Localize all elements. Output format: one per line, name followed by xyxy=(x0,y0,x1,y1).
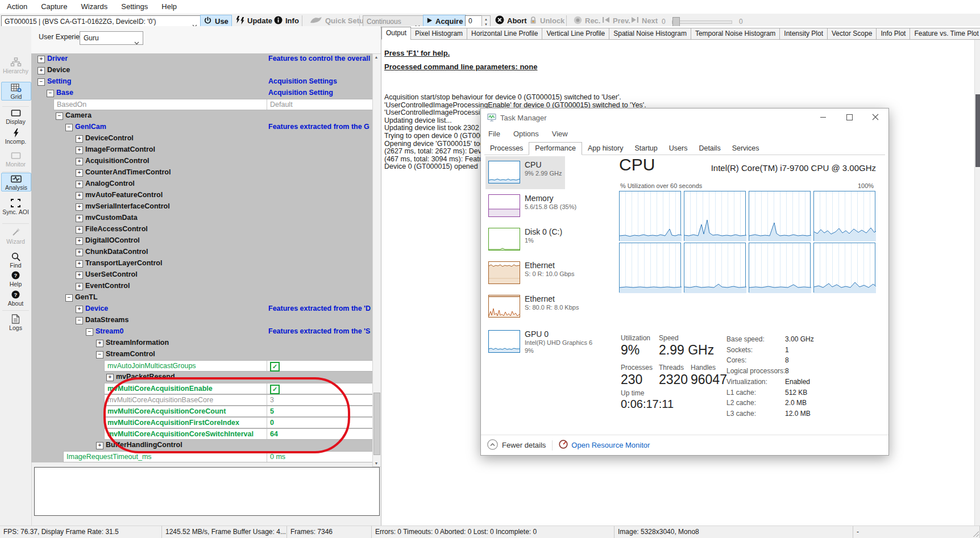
tree-expander-plus[interactable]: + xyxy=(96,442,103,449)
info-button[interactable]: Info xyxy=(271,15,302,27)
tab-vector-scope[interactable]: Vector Scope xyxy=(827,28,877,40)
output-scrollbar-thumb[interactable] xyxy=(975,94,980,167)
tree-row-imagerequesttimeout_ms[interactable]: ImageRequestTimeout_ms0 ms xyxy=(63,451,372,462)
tree-expander-plus[interactable]: + xyxy=(76,147,83,154)
tree-row-digitaliocontrol[interactable]: DigitalIOControl xyxy=(85,236,140,244)
tree-expander-plus[interactable]: + xyxy=(96,340,103,347)
sidebar-item-monitor[interactable]: Monitor xyxy=(1,150,30,168)
record-slider[interactable] xyxy=(672,20,732,24)
tab-output[interactable]: Output xyxy=(381,27,411,40)
tree-expander-plus[interactable]: + xyxy=(106,374,114,381)
tm-perf-item-ethernet-spiky[interactable]: EthernetS: 80.0 R: 8.0 Kbps xyxy=(485,290,565,323)
tm-perf-item-ethernet-full[interactable]: EthernetS: 0 R: 10.0 Gbps xyxy=(485,257,565,290)
tm-tab-services[interactable]: Services xyxy=(726,143,765,155)
task-manager-titlebar[interactable]: Task Manager xyxy=(481,109,888,127)
tree-expander-minus[interactable]: − xyxy=(47,90,54,97)
sidebar-item-hierarchy[interactable]: Hierarchy xyxy=(1,57,30,74)
spin-up-icon[interactable]: ▲ xyxy=(484,17,488,22)
tree-expander-plus[interactable]: + xyxy=(76,169,83,177)
quick-setup-button[interactable]: Quick Setup xyxy=(307,15,371,27)
tree-expander-plus[interactable]: + xyxy=(76,260,83,268)
tree-row-driver[interactable]: Driver xyxy=(47,55,68,62)
tree-expander-plus[interactable]: + xyxy=(76,203,83,211)
sidebar-item-help[interactable]: ?Help xyxy=(1,270,30,287)
tree-expander-plus[interactable]: + xyxy=(76,237,83,245)
tree-expander-plus[interactable]: + xyxy=(76,181,83,188)
tm-tab-processes[interactable]: Processes xyxy=(484,143,529,155)
minimize-button[interactable] xyxy=(810,109,836,127)
scrollbar-thumb[interactable] xyxy=(373,393,380,455)
sidebar-item-sync-aoi[interactable]: Sync. AOI xyxy=(1,198,30,215)
tree-expander-plus[interactable]: + xyxy=(76,249,83,256)
tree-row-setting[interactable]: Setting xyxy=(47,77,71,85)
tree-row-mvcustomdata[interactable]: mvCustomData xyxy=(85,214,138,222)
close-button[interactable] xyxy=(862,109,888,127)
tree-expander-minus[interactable]: − xyxy=(56,112,63,120)
tm-tab-app-history[interactable]: App history xyxy=(582,143,629,155)
tree-expander-plus[interactable]: + xyxy=(76,272,83,279)
tree-row-acquisitioncontrol[interactable]: AcquisitionControl xyxy=(85,157,150,165)
open-resource-monitor-link[interactable]: Open Resource Monitor xyxy=(559,440,650,451)
scroll-up-icon[interactable]: ▲ xyxy=(373,55,380,59)
unlock-button[interactable]: Unlock xyxy=(526,15,567,27)
tree-row-mvautofeaturecontrol[interactable]: mvAutoFeatureControl xyxy=(85,191,163,199)
tree-row-eventcontrol[interactable]: EventControl xyxy=(85,282,130,290)
tree-row-mvautojoinmulticastgroups[interactable]: mvAutoJoinMulticastGroups✓ xyxy=(104,360,372,372)
tree-expander-minus[interactable]: − xyxy=(65,124,73,131)
user-experience-select[interactable]: Guru xyxy=(80,31,143,45)
tm-tab-users[interactable]: Users xyxy=(663,143,694,155)
sidebar-item-about[interactable]: ?About xyxy=(1,289,30,307)
tab-temporal-noise-histogram[interactable]: Temporal Noise Histogram xyxy=(691,28,780,40)
tree-expander-plus[interactable]: + xyxy=(76,283,83,290)
property-value[interactable]: Default xyxy=(270,101,293,109)
property-value[interactable]: 0 ms xyxy=(270,453,285,461)
property-value[interactable]: 5 xyxy=(270,407,274,415)
tree-row-mvmulticoreacquisitionbasecore[interactable]: mvMultiCoreAcquisitionBaseCore3 xyxy=(104,394,372,406)
tree-row-bufferhandlingcontrol[interactable]: BufferHandlingControl xyxy=(106,441,182,449)
tree-expander-plus[interactable]: + xyxy=(38,67,45,74)
tm-perf-item-disk[interactable]: Disk 0 (C:)1% xyxy=(485,223,565,256)
tree-row-analogcontrol[interactable]: AnalogControl xyxy=(85,180,135,187)
tree-row-device[interactable]: Device xyxy=(85,305,108,312)
tab-horizontal-line-profile[interactable]: Horizontal Line Profile xyxy=(467,28,542,40)
menu-item-capture[interactable]: Capture xyxy=(34,0,74,14)
sidebar-item-wizard[interactable]: Wizard xyxy=(1,227,30,245)
scroll-down-icon[interactable]: ▼ xyxy=(373,461,380,465)
tm-perf-item-gpu[interactable]: GPU 0Intel(R) UHD Graphics 69% xyxy=(485,326,565,362)
abort-button[interactable]: Abort xyxy=(492,15,530,27)
menu-item-help[interactable]: Help xyxy=(155,0,184,14)
tree-expander-minus[interactable]: − xyxy=(65,294,73,302)
property-checkbox-checked[interactable]: ✓ xyxy=(270,385,280,394)
tree-row-mvmulticoreacquisitioncoreswitchinterval[interactable]: mvMultiCoreAcquisitionCoreSwitchInterval… xyxy=(104,428,372,440)
tree-row-counterandtimercontrol[interactable]: CounterAndTimerControl xyxy=(85,168,171,176)
tree-expander-minus[interactable]: − xyxy=(96,351,103,358)
tree-row-camera[interactable]: Camera xyxy=(65,111,92,119)
tab-feature-vs-time-plot[interactable]: Feature vs. Time Plot xyxy=(910,28,980,40)
property-checkbox-checked[interactable]: ✓ xyxy=(270,362,280,372)
tree-row-device[interactable]: Device xyxy=(47,66,70,74)
tab-vertical-line-profile[interactable]: Vertical Line Profile xyxy=(542,28,609,40)
tree-expander-plus[interactable]: + xyxy=(76,215,83,222)
sidebar-item-find[interactable]: Find xyxy=(1,251,30,269)
sidebar-item-analysis[interactable]: Analysis xyxy=(1,173,31,191)
tree-row-streamcontrol[interactable]: StreamControl xyxy=(106,350,155,358)
tree-expander-plus[interactable]: + xyxy=(76,226,83,233)
tab-pixel-histogram[interactable]: Pixel Histogram xyxy=(410,28,467,40)
tree-row-fileaccesscontrol[interactable]: FileAccessControl xyxy=(85,225,148,233)
tree-expander-minus[interactable]: − xyxy=(76,317,83,324)
tree-row-mvmulticoreacquisitionfirstcoreindex[interactable]: mvMultiCoreAcquisitionFirstCoreIndex0 xyxy=(104,417,372,428)
tree-expander-minus[interactable]: − xyxy=(38,78,45,86)
menu-item-wizards[interactable]: Wizards xyxy=(74,0,114,14)
tm-menu-file[interactable]: File xyxy=(488,130,500,138)
tab-spatial-noise-histogram[interactable]: Spatial Noise Histogram xyxy=(609,28,691,40)
tree-row-basedon[interactable]: BasedOnDefault xyxy=(53,99,372,110)
menu-item-settings[interactable]: Settings xyxy=(114,0,155,14)
tm-menu-view[interactable]: View xyxy=(552,130,568,138)
record-button[interactable]: Rec. xyxy=(571,15,603,27)
tree-row-gentl[interactable]: GenTL xyxy=(75,293,98,301)
tree-row-devicecontrol[interactable]: DeviceControl xyxy=(85,134,134,142)
tree-expander-plus[interactable]: + xyxy=(76,306,83,313)
tree-row-imageformatcontrol[interactable]: ImageFormatControl xyxy=(85,145,155,153)
update-button[interactable]: Update xyxy=(232,15,275,27)
tab-intensity-plot[interactable]: Intensity Plot xyxy=(779,28,828,40)
